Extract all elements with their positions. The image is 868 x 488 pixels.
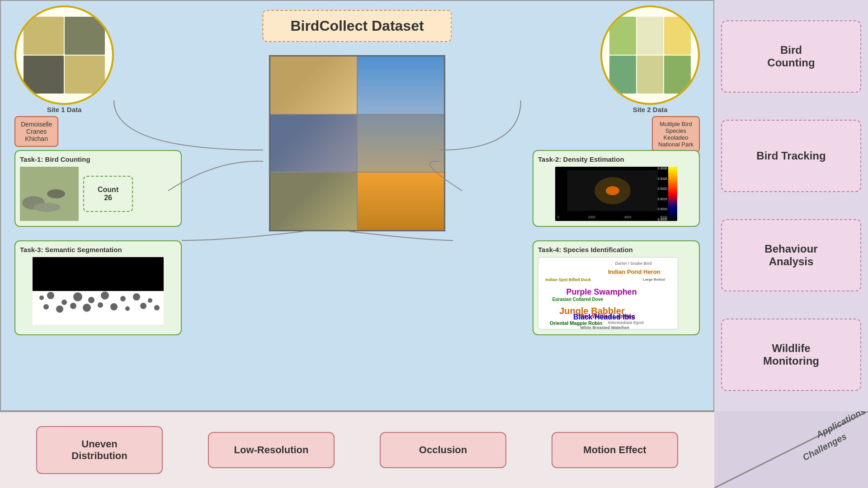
task4-box: Task-4: Species Identification Indian Po… [533,240,700,335]
task2-title: Task-2: Density Estimation [538,155,694,163]
main-area: BirdCollect Dataset Site 1 Data [0,0,714,488]
segmentation-image [33,257,164,325]
svg-point-15 [120,296,126,301]
count-value: 26 [98,194,118,202]
center-collage [269,55,445,231]
wordcloud-word: Intermediate Egret [608,320,644,325]
wordcloud-word: White Breasted Waterhen [580,325,629,329]
site1-img-4 [65,56,105,94]
site2-img-6 [664,56,691,94]
svg-point-20 [70,303,76,309]
svg-point-17 [148,298,152,303]
site2-circle [600,5,700,105]
site2-img-4 [609,56,636,94]
svg-point-18 [43,304,49,310]
wordcloud-word: Indian Pond Heron [608,268,660,275]
site1-img-3 [24,56,64,94]
svg-point-3 [33,203,61,212]
challenge-motion: Motion Effect [552,432,678,468]
site2-img-5 [637,56,664,94]
wordcloud-word: Darter / Snake Bird [615,261,651,266]
task3-box: Task-3: Semantic Segmentation [14,240,182,335]
svg-point-21 [83,304,91,312]
svg-point-26 [154,305,160,310]
svg-point-19 [56,305,63,313]
challenge-lowres: Low-Resolution [208,432,335,468]
challenges-area: Uneven Distribution Low-Resolution Occlu… [0,411,714,488]
svg-rect-7 [33,257,164,291]
collage-cell-6 [358,173,444,230]
collage-cell-2 [358,56,444,114]
app-items-area: Bird Counting Bird Tracking Behaviour An… [714,0,868,411]
task1-title: Task-1: Bird Counting [20,155,176,163]
site1-circle [14,5,114,105]
svg-point-13 [88,297,94,303]
task2-box: Task-2: Density Estimation 0.0030 0.0025… [533,150,700,227]
svg-point-9 [39,296,44,300]
count-box: Count 26 [83,176,133,212]
site1-img-2 [65,17,105,55]
app-behaviour-analysis: Behaviour Analysis [721,219,861,291]
site2-img-3 [664,17,691,55]
svg-point-6 [594,177,631,204]
count-label: Count [98,186,118,194]
site1-label: Site 1 Data [14,106,114,114]
wordcloud-word: Indian Spot Billed Duck [545,277,591,282]
site2-img-1 [609,17,636,55]
wordcloud-word: Eurasian Collared Dove [552,297,603,302]
challenge-uneven: Uneven Distribution [36,426,163,474]
right-sidebar: Bird Counting Bird Tracking Behaviour An… [714,0,868,488]
density-colorbar [668,167,677,221]
diagonal-labels-area: Applications Challenges [714,411,868,488]
svg-point-11 [61,300,67,305]
wordcloud-word: Large Bulbul [643,277,665,282]
svg-point-12 [73,292,82,301]
challenge-occlusion: Occlusion [380,432,506,468]
diagram-area: BirdCollect Dataset Site 1 Data [0,0,714,411]
svg-point-22 [98,302,103,308]
title-text: BirdCollect Dataset [290,18,424,34]
left-info-box: Demoiselle Cranes Khichan [14,116,58,147]
site2-label: Site 2 Data [600,106,700,114]
svg-point-10 [47,292,54,299]
app-wildlife-monitoring: Wildlife Monitoring [721,319,861,391]
svg-point-24 [125,306,130,311]
wordcloud-word: Purple Swamphen [566,287,637,297]
task1-image [20,167,79,221]
svg-point-16 [133,293,140,300]
collage-cell-5 [270,173,357,230]
title-box: BirdCollect Dataset [262,10,452,42]
site1-img-1 [24,17,64,55]
site2-img-2 [637,17,664,55]
density-plot: 0.0030 0.0025 0.0020 0.0015 0.0010 0.000… [555,167,677,221]
wordcloud: Indian Pond HeronIndian Spot Billed Duck… [538,257,678,329]
collage-cell-4 [358,115,444,172]
collage-cell-3 [270,115,357,172]
app-bird-counting: Bird Counting [721,20,861,93]
right-info-box: Multiple Bird Species Keoladeo National … [652,116,700,152]
svg-point-23 [110,303,118,310]
svg-point-25 [140,303,146,309]
task4-title: Task-4: Species Identification [538,246,694,253]
svg-point-14 [101,291,109,300]
collage-cell-1 [270,56,357,114]
svg-point-2 [47,189,65,198]
task3-title: Task-3: Semantic Segmentation [20,246,176,253]
app-bird-tracking: Bird Tracking [721,120,861,192]
task1-box: Task-1: Bird Counting Count 26 [14,150,182,227]
